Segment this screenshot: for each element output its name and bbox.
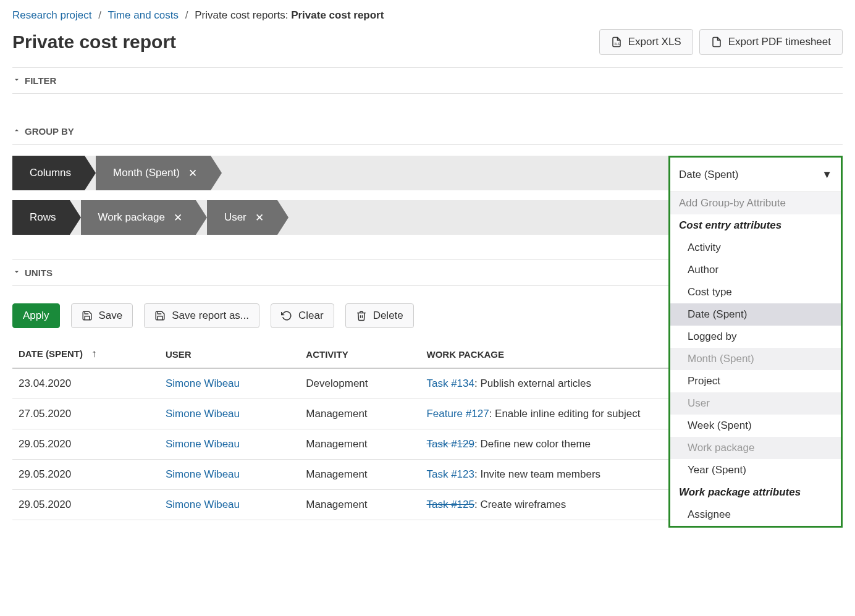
export-xls-button[interactable]: XLS Export XLS	[599, 29, 693, 55]
user-link[interactable]: Simone Wibeau	[166, 499, 240, 510]
svg-text:XLS: XLS	[614, 43, 620, 46]
cell-date: 29.05.2020	[12, 429, 159, 460]
user-link[interactable]: Simone Wibeau	[166, 378, 240, 389]
cell-date: 29.05.2020	[12, 460, 159, 490]
page-title: Private cost report	[12, 32, 176, 53]
breadcrumb-section: Private cost reports:	[195, 9, 288, 21]
export-buttons: XLS Export XLS Export PDF timesheet	[599, 29, 843, 55]
trash-icon	[356, 310, 367, 321]
file-xls-icon: XLS	[611, 36, 622, 48]
groupby-add-dropdown[interactable]: Date (Spent) ▼ Add Group-by AttributeCos…	[668, 156, 843, 528]
cell-activity: Development	[300, 368, 420, 399]
cell-user: Simone Wibeau	[159, 368, 300, 399]
dropdown-item: Cost entry attributes	[670, 214, 841, 237]
dropdown-selected-label: Date (Spent)	[679, 169, 738, 181]
breadcrumb-project[interactable]: Research project	[12, 9, 92, 21]
columns-label-chip: Columns	[12, 156, 85, 190]
export-xls-label: Export XLS	[628, 36, 681, 48]
dropdown-item: Work package	[670, 437, 841, 459]
save-icon	[82, 310, 93, 321]
dropdown-item[interactable]: Author	[670, 259, 841, 281]
dropdown-selected[interactable]: Date (Spent) ▼	[670, 158, 841, 192]
export-pdf-label: Export PDF timesheet	[728, 36, 831, 48]
chevron-down-icon	[12, 268, 21, 278]
cell-date: 27.05.2020	[12, 399, 159, 429]
work-package-link[interactable]: Task #129	[426, 438, 474, 450]
delete-label: Delete	[373, 310, 403, 322]
rows-label-chip: Rows	[12, 200, 70, 235]
export-pdf-button[interactable]: Export PDF timesheet	[699, 29, 843, 55]
save-as-button[interactable]: Save report as...	[144, 303, 259, 328]
groupby-row-chip[interactable]: User ✕	[207, 200, 277, 235]
dropdown-item[interactable]: Date (Spent)	[670, 303, 841, 326]
rows-label: Rows	[30, 211, 56, 224]
file-pdf-icon	[711, 36, 722, 48]
cell-activity: Management	[300, 429, 420, 460]
caret-down-icon: ▼	[822, 169, 832, 181]
delete-button[interactable]: Delete	[345, 303, 414, 328]
dropdown-item[interactable]: Week (Spent)	[670, 415, 841, 437]
clear-label: Clear	[298, 310, 324, 322]
columns-label: Columns	[30, 167, 71, 179]
close-icon[interactable]: ✕	[188, 167, 197, 180]
groupby-section-toggle[interactable]: GROUP BY	[12, 119, 843, 145]
work-package-title: : Create wireframes	[474, 499, 566, 510]
save-as-label: Save report as...	[172, 310, 249, 322]
breadcrumb-current: Private cost report	[291, 9, 384, 21]
cell-activity: Management	[300, 460, 420, 490]
work-package-link[interactable]: Task #123	[426, 468, 474, 480]
save-button[interactable]: Save	[71, 303, 133, 328]
chip-label: User	[224, 211, 246, 224]
cell-user: Simone Wibeau	[159, 490, 300, 520]
col-date-label: DATE (SPENT)	[19, 348, 83, 359]
groupby-columns-row: Columns Month (Spent) ✕ Date (Spent) ▼ A…	[12, 156, 843, 190]
undo-icon	[281, 310, 292, 321]
cell-activity: Management	[300, 490, 420, 520]
col-activity[interactable]: ACTIVITY	[300, 339, 420, 368]
save-icon	[154, 310, 166, 321]
groupby-row-chip[interactable]: Work package ✕	[81, 200, 196, 235]
filter-section-label: FILTER	[25, 75, 56, 86]
cell-date: 23.04.2020	[12, 368, 159, 399]
col-user[interactable]: USER	[159, 339, 300, 368]
clear-button[interactable]: Clear	[271, 303, 334, 328]
dropdown-list: Add Group-by AttributeCost entry attribu…	[670, 192, 841, 526]
breadcrumb-module[interactable]: Time and costs	[107, 9, 179, 21]
work-package-link[interactable]: Feature #127	[426, 408, 489, 420]
dropdown-item[interactable]: Project	[670, 370, 841, 392]
chip-label: Month (Spent)	[113, 167, 180, 179]
user-link[interactable]: Simone Wibeau	[166, 438, 240, 450]
cell-user: Simone Wibeau	[159, 460, 300, 490]
dropdown-item[interactable]: Logged by	[670, 326, 841, 348]
dropdown-item: Month (Spent)	[670, 348, 841, 370]
header: Private cost report XLS Export XLS Expor…	[12, 29, 843, 55]
close-icon[interactable]: ✕	[174, 211, 182, 224]
cell-activity: Management	[300, 399, 420, 429]
breadcrumb: Research project / Time and costs / Priv…	[12, 9, 843, 22]
user-link[interactable]: Simone Wibeau	[166, 468, 240, 480]
work-package-title: : Enable inline editing for subject	[489, 408, 641, 420]
groupby-section-label: GROUP BY	[25, 126, 74, 137]
dropdown-item: Work package attributes	[670, 481, 841, 504]
apply-button[interactable]: Apply	[12, 303, 60, 328]
user-link[interactable]: Simone Wibeau	[166, 408, 240, 420]
groupby-body: Columns Month (Spent) ✕ Date (Spent) ▼ A…	[12, 156, 843, 235]
dropdown-item[interactable]: Cost type	[670, 281, 841, 303]
cell-date: 29.05.2020	[12, 490, 159, 520]
work-package-link[interactable]: Task #125	[426, 499, 474, 510]
dropdown-item[interactable]: Year (Spent)	[670, 459, 841, 481]
units-section-label: UNITS	[25, 268, 53, 278]
filter-section-toggle[interactable]: FILTER	[12, 67, 843, 94]
dropdown-item[interactable]: Assignee	[670, 504, 841, 526]
col-date[interactable]: DATE (SPENT) ↑	[12, 339, 159, 368]
work-package-title: : Define new color theme	[474, 438, 591, 450]
cell-user: Simone Wibeau	[159, 429, 300, 460]
dropdown-item: User	[670, 392, 841, 415]
dropdown-item[interactable]: Activity	[670, 237, 841, 259]
chevron-up-icon	[12, 126, 21, 137]
breadcrumb-sep: /	[185, 9, 188, 21]
chip-label: Work package	[98, 211, 165, 224]
close-icon[interactable]: ✕	[255, 211, 264, 224]
work-package-link[interactable]: Task #134	[426, 378, 474, 389]
groupby-column-chip[interactable]: Month (Spent) ✕	[96, 156, 211, 190]
